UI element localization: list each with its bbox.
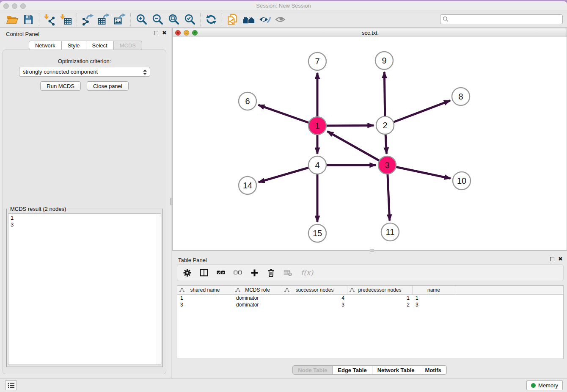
table-cell[interactable]: 3 <box>413 302 455 308</box>
toolbar-separator <box>77 13 77 26</box>
deselect-all-columns-button[interactable] <box>234 269 242 276</box>
table-row[interactable]: 1dominator411 <box>177 295 563 301</box>
close-panel-button[interactable]: Close panel <box>87 81 129 91</box>
app-window: Session: New Session <box>0 1 567 392</box>
tab-motifs[interactable]: Motifs <box>420 365 447 375</box>
edge-3-1[interactable] <box>328 131 387 165</box>
control-panel: Control Panel ✖ NetworkStyleSelectMCDS O… <box>0 28 171 378</box>
table-row[interactable]: 3dominator323 <box>177 301 563 308</box>
tab-network[interactable]: Network <box>29 41 62 50</box>
control-panel-tabs: NetworkStyleSelectMCDS <box>0 41 171 50</box>
network-graph[interactable]: 7968124314101511 <box>173 37 565 250</box>
column-header-name[interactable]: name <box>413 286 455 294</box>
table-cell[interactable]: dominator <box>233 295 282 301</box>
import-table-button[interactable] <box>58 12 74 27</box>
open-session-button[interactable] <box>4 12 20 27</box>
tab-select[interactable]: Select <box>86 41 114 50</box>
graph-node-label-15: 15 <box>313 229 322 238</box>
search-icon <box>443 16 449 22</box>
criterion-select[interactable]: strongly connected component <box>19 67 150 77</box>
table-cell[interactable]: 1 <box>177 295 233 301</box>
toolbar-separator <box>222 13 222 26</box>
graph-node-label-11: 11 <box>386 227 395 237</box>
column-layout-button[interactable] <box>200 269 208 276</box>
zoom-in-icon <box>135 13 148 25</box>
run-mcds-button[interactable]: Run MCDS <box>40 81 81 91</box>
table-settings-button[interactable] <box>183 269 191 277</box>
criterion-select-value: strongly connected component <box>23 69 98 75</box>
open-folder-icon <box>6 13 19 26</box>
zoom-fit-button[interactable] <box>165 12 182 27</box>
column-header-predecessor-nodes[interactable]: predecessor nodes <box>347 286 413 294</box>
table-cell[interactable]: dominator <box>233 302 282 308</box>
table-cell[interactable]: 2 <box>347 302 413 308</box>
home-button[interactable] <box>241 12 257 27</box>
export-image-icon <box>113 13 126 26</box>
column-header-successor-nodes[interactable]: successor nodes <box>282 286 347 294</box>
mcds-tab-content: Optimization criterion: strongly connect… <box>3 50 166 374</box>
tab-style[interactable]: Style <box>62 41 86 50</box>
graph-node-label-9: 9 <box>382 56 386 65</box>
node-table[interactable]: shared nameMCDS rolesuccessor nodesprede… <box>177 285 564 359</box>
zoom-out-icon <box>151 13 164 25</box>
edge-2-8[interactable] <box>385 101 450 125</box>
show-all-button[interactable] <box>273 12 289 27</box>
mcds-result-legend: MCDS result (2 nodes) <box>9 206 67 212</box>
hide-unselected-button[interactable] <box>257 12 273 27</box>
tab-network-table[interactable]: Network Table <box>372 365 420 375</box>
export-network-icon <box>81 13 94 26</box>
delete-column-button[interactable] <box>267 268 275 277</box>
column-header-shared-name[interactable]: shared name <box>177 286 233 294</box>
clone-network-button[interactable] <box>225 12 241 27</box>
column-header-MCDS-role[interactable]: MCDS role <box>233 286 282 294</box>
task-history-button[interactable] <box>5 380 17 390</box>
main-toolbar <box>0 11 567 28</box>
toolbar-separator <box>130 13 131 26</box>
zoom-in-button[interactable] <box>133 12 149 27</box>
table-cell[interactable]: 4 <box>282 295 347 301</box>
save-icon <box>22 14 34 25</box>
table-cell[interactable]: 1 <box>413 295 455 301</box>
workspace-area: × – + scc.txt 7968124314101511 Table Pan… <box>171 28 567 378</box>
zoom-selected-button[interactable] <box>182 12 198 27</box>
tab-mcds[interactable]: MCDS <box>114 41 142 50</box>
table-toolbar: f(x) <box>177 264 564 281</box>
select-all-columns-button[interactable] <box>217 269 225 276</box>
zoom-out-button[interactable] <box>149 12 165 27</box>
close-table-panel-icon[interactable]: ✖ <box>558 257 563 261</box>
function-builder-button[interactable]: f(x) <box>301 268 313 277</box>
close-panel-icon[interactable]: ✖ <box>162 31 167 35</box>
table-panel-tabs: Node TableEdge TableNetwork TableMotifs <box>172 365 567 375</box>
unchecked-boxes-icon <box>234 269 242 276</box>
float-panel-icon[interactable] <box>154 31 158 35</box>
table-cell[interactable]: 3 <box>282 302 347 308</box>
result-scrollbar[interactable] <box>156 214 161 364</box>
export-table-button[interactable] <box>96 12 112 27</box>
eye-icon <box>275 13 287 26</box>
eye-slash-icon <box>259 13 271 26</box>
panel-splitter-handle[interactable] <box>170 198 172 205</box>
export-network-button[interactable] <box>80 12 96 27</box>
control-panel-title: Control Panel <box>6 31 39 37</box>
add-column-button[interactable] <box>250 269 259 277</box>
statusbar: Memory <box>0 378 567 392</box>
select-stepper-icon <box>142 69 148 77</box>
refresh-layout-button[interactable] <box>203 12 219 27</box>
memory-button[interactable]: Memory <box>526 380 563 390</box>
trash-icon <box>267 268 275 277</box>
tab-node-table[interactable]: Node Table <box>292 365 333 375</box>
delete-table-button[interactable] <box>284 269 292 276</box>
import-network-button[interactable] <box>42 12 58 27</box>
edge-3-10[interactable] <box>387 165 451 178</box>
table-cell[interactable]: 3 <box>177 302 233 308</box>
float-table-panel-icon[interactable] <box>550 257 554 261</box>
graph-node-label-14: 14 <box>243 181 252 190</box>
tab-edge-table[interactable]: Edge Table <box>333 365 372 375</box>
search-input[interactable] <box>440 14 563 24</box>
list-icon <box>8 382 15 389</box>
column-type-icon <box>179 288 184 293</box>
table-cell[interactable]: 1 <box>347 295 413 301</box>
save-session-button[interactable] <box>20 12 36 27</box>
graph-node-label-8: 8 <box>458 92 463 101</box>
export-image-button[interactable] <box>112 12 128 27</box>
